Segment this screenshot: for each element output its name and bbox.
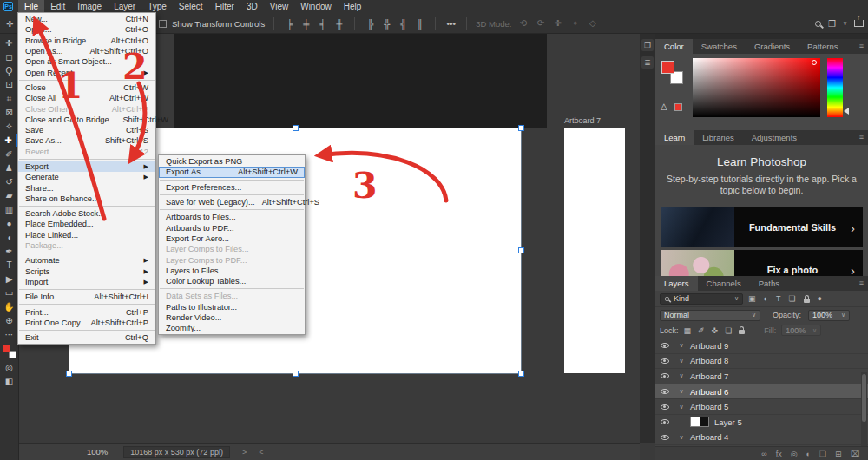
tool-edit-toolbar[interactable]: ⋯ [1,328,18,341]
selection-handle[interactable] [518,125,524,131]
selection-handle[interactable] [66,371,72,377]
foreground-color-swatch[interactable] [661,61,674,74]
layer-row-artboard-9[interactable]: ∨Artboard 9 [655,338,868,354]
learn-card-fix-a-photo[interactable]: Fix a photo › [661,250,863,276]
filter-adjustment-layers-icon[interactable]: ◐ [764,294,768,303]
menu-select[interactable]: Select [173,0,209,13]
tool-lasso[interactable]: Ϙ [1,64,18,77]
file-menu-item-open-as[interactable]: Open As...Alt+Shift+Ctrl+O [18,46,155,56]
file-menu-item-search-adobe-stock[interactable]: Search Adobe Stock... [18,208,155,219]
export-menu-item-paths-to-illustrator[interactable]: Paths to Illustrator... [159,302,305,312]
file-menu-item-share-on-behance[interactable]: Share on Behance... [18,194,155,204]
selection-handle[interactable] [518,247,524,253]
tool-clone-stamp[interactable]: ♟ [1,161,18,174]
layer-effects-icon[interactable]: fx [776,450,782,458]
3d-drag-icon[interactable]: ✜ [551,18,564,29]
tool-hand[interactable]: ✋ [1,300,18,313]
layer-visibility-toggle[interactable] [655,384,674,399]
gamut-warning-icon[interactable]: △ [661,102,667,111]
tool-eyedropper[interactable]: ✧ [1,120,18,133]
menu-3d[interactable]: 3D [240,0,264,13]
file-menu-item-open-recent[interactable]: Open Recent▶ [18,67,155,77]
show-transform-checkbox[interactable] [159,20,167,28]
layer-row-artboard-7[interactable]: ∨Artboard 7 [655,369,868,384]
chevron-down-icon[interactable]: ∨ [843,20,847,27]
layers-tab-channels[interactable]: Channels [698,276,750,291]
layer-visibility-toggle[interactable] [655,354,674,369]
scrollbar-thumb[interactable] [862,374,866,422]
3d-slide-icon[interactable]: ⌖ [569,18,582,29]
panel-menu-icon[interactable]: ≡ [859,39,868,54]
menu-file[interactable]: File [18,0,44,13]
layer-visibility-toggle[interactable] [655,338,674,353]
color-cursor[interactable] [812,60,817,65]
share-icon[interactable] [854,20,864,27]
export-menu-item-zoomify[interactable]: Zoomify... [159,323,305,333]
learn-tab-learn[interactable]: Learn [655,130,694,145]
lock-pixels-icon[interactable]: ✐ [698,326,705,335]
tool-object-selection[interactable]: ⊡ [1,78,18,91]
artboard-7-canvas[interactable] [564,128,625,373]
filter-pixel-layers-icon[interactable]: ▣ [748,294,756,303]
lock-artboard-icon[interactable]: ❏ [725,326,732,335]
distribute-center-icon[interactable]: ╬ [380,19,393,29]
layers-tab-paths[interactable]: Paths [750,276,788,291]
color-tab-gradients[interactable]: Gradients [746,39,799,54]
learn-tab-adjustments[interactable]: Adjustments [743,130,806,145]
file-menu-item-import[interactable]: Import▶ [18,277,155,287]
selection-handle[interactable] [518,371,524,377]
color-field[interactable] [693,58,820,117]
menu-type[interactable]: Type [141,0,173,13]
hue-slider-handle[interactable] [844,108,849,115]
selection-handle[interactable] [293,371,299,377]
blend-mode-dropdown[interactable]: Normal ∨ [660,310,760,321]
distribute-vertical-icon[interactable]: ║ [413,19,426,29]
3d-rotate-icon[interactable]: ⟲ [516,18,529,29]
expand-chevron-icon[interactable]: ∨ [674,342,688,349]
tool-screen-mode[interactable]: ◧ [1,375,18,388]
distribute-right-icon[interactable]: ╣ [397,19,410,29]
file-menu-item-close-and-go-to-bridge[interactable]: Close and Go to Bridge...Shift+Ctrl+W [18,115,155,125]
kind-filter-dropdown[interactable]: Kind ∨ [660,293,743,305]
lock-position-icon[interactable]: ✜ [712,326,719,335]
menu-filter[interactable]: Filter [209,0,240,13]
file-menu-item-save-as[interactable]: Save As...Shift+Ctrl+S [18,135,155,146]
layer-row-artboard-6[interactable]: ∨Artboard 6 [655,384,868,400]
tool-type[interactable]: T [1,259,18,272]
panel-menu-icon[interactable]: ≡ [859,130,868,145]
color-tab-patterns[interactable]: Patterns [799,39,846,54]
link-layers-icon[interactable]: ∞ [761,450,766,458]
file-menu-item-save[interactable]: SaveCtrl+S [18,125,155,135]
menu-layer[interactable]: Layer [108,0,141,13]
add-layer-mask-icon[interactable]: ◎ [791,450,798,458]
export-menu-item-quick-export-as-png[interactable]: Quick Export as PNG [159,156,305,167]
layer-visibility-toggle[interactable] [655,399,674,414]
layer-row-artboard-8[interactable]: ∨Artboard 8 [655,354,868,370]
tool-frame[interactable]: ⊠ [1,106,18,119]
menu-window[interactable]: Window [294,0,338,13]
file-menu-item-share[interactable]: Share... [18,182,155,193]
export-menu-item-render-video[interactable]: Render Video... [159,312,305,323]
filter-shape-layers-icon[interactable]: ❏ [788,294,795,303]
distribute-left-icon[interactable]: ╠ [364,19,377,29]
file-menu-item-print-one-copy[interactable]: Print One CopyAlt+Shift+Ctrl+P [18,318,155,328]
file-menu-item-open-as-smart-object[interactable]: Open as Smart Object... [18,56,155,67]
filter-toggle-icon[interactable]: ● [818,294,822,303]
adjustment-layer-icon[interactable]: ◐ [806,450,811,458]
export-menu-item-export-preferences[interactable]: Export Preferences... [159,182,305,193]
export-menu-item-layers-to-files[interactable]: Layers to Files... [159,266,305,276]
collapsed-panel-history-icon[interactable]: ❐ [641,39,654,51]
file-menu-item-file-info[interactable]: File Info...Alt+Shift+Ctrl+I [18,292,155,302]
menu-view[interactable]: View [264,0,295,13]
tool-crop[interactable]: ⌗ [1,92,18,105]
file-menu-item-place-embedded[interactable]: Place Embedded... [18,219,155,229]
layer-visibility-toggle[interactable] [655,369,674,384]
tool-quick-mask[interactable]: ◎ [1,361,18,374]
learn-tab-libraries[interactable]: Libraries [694,130,742,145]
color-tab-color[interactable]: Color [655,39,693,54]
file-menu-item-print[interactable]: Print...Ctrl+P [18,306,155,317]
workspace-icon[interactable]: ❐ [828,19,836,29]
align-right-icon[interactable]: ╡ [316,19,329,29]
zoom-level[interactable]: 100% [87,447,108,457]
file-menu-item-close-all[interactable]: Close AllAlt+Ctrl+W [18,93,155,103]
